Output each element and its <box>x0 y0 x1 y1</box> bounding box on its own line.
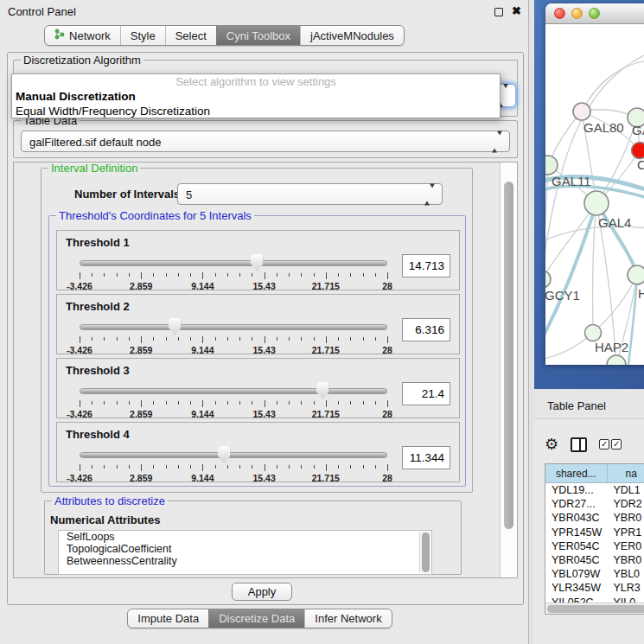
num-intervals-combobox[interactable]: 5 <box>177 183 443 205</box>
table-row[interactable]: YER054CYER0 <box>545 539 644 553</box>
close-icon[interactable]: ✖ <box>512 4 521 17</box>
table-cell[interactable]: YDR2 <box>607 497 644 511</box>
slider-tick <box>314 465 315 469</box>
table-cell[interactable]: YDL1 <box>607 483 644 497</box>
gear-icon[interactable]: ⚙ <box>545 437 558 452</box>
table-cell[interactable]: YBL0 <box>607 567 644 581</box>
tab-discretize-data[interactable]: Discretize Data <box>208 609 304 628</box>
scrollbar-thumb[interactable] <box>547 605 644 613</box>
column-layout-icon[interactable] <box>571 437 587 452</box>
table-row[interactable]: YBL079WYBL0 <box>545 567 644 581</box>
slider-track[interactable] <box>80 388 387 394</box>
network-window-titlebar[interactable] <box>545 3 644 24</box>
network-node[interactable] <box>585 325 602 341</box>
threshold-value-field[interactable]: 21.4 <box>402 382 450 405</box>
column-header-name[interactable]: na <box>608 464 644 482</box>
table-cell[interactable]: YBR0 <box>607 511 644 525</box>
table-row[interactable]: YBR045CYBR0 <box>545 553 644 567</box>
dropdown-option-equal-width[interactable]: Equal Width/Frequency Discretization <box>12 104 500 118</box>
table-cell[interactable]: YER054C <box>545 539 607 553</box>
minimize-traffic-light-icon[interactable] <box>571 8 583 19</box>
threshold-slider[interactable]: -3.4262.8599.14415.4321.71528 <box>80 445 387 481</box>
apply-button[interactable]: Apply <box>232 583 292 601</box>
tab-infer-network[interactable]: Infer Network <box>304 609 391 628</box>
select-columns-icons[interactable]: ✓ ✓ <box>599 439 622 450</box>
table-cell[interactable]: YLR345W <box>545 581 607 595</box>
slider-track[interactable] <box>80 260 387 266</box>
threshold-slider[interactable]: -3.4262.8599.14415.4321.71528 <box>80 381 387 418</box>
slider-tick <box>215 273 216 277</box>
dropdown-option-manual[interactable]: Manual Discretization <box>12 89 500 104</box>
tab-label: Discretize Data <box>219 612 295 625</box>
threshold-value-field[interactable]: 6.316 <box>402 318 450 341</box>
network-edge[interactable] <box>592 203 596 333</box>
table-row[interactable]: YBR043CYBR0 <box>545 511 644 525</box>
close-traffic-light-icon[interactable] <box>554 8 565 19</box>
float-window-icon[interactable] <box>494 8 503 16</box>
table-row[interactable]: YDR27...YDR2 <box>545 497 644 511</box>
table-cell[interactable]: YBR045C <box>545 553 607 567</box>
network-node[interactable] <box>628 265 644 284</box>
checkbox-icon[interactable]: ✓ <box>599 439 609 450</box>
slider-tick <box>178 401 179 405</box>
network-edge-thick[interactable] <box>545 203 596 342</box>
settings-vertical-scrollbar[interactable] <box>500 163 517 577</box>
table-row[interactable]: YDL19...YDL1 <box>545 483 644 497</box>
table-cell[interactable]: YPR145W <box>545 526 607 539</box>
table-row[interactable]: YLR345WYLR3 <box>545 581 644 595</box>
slider-track[interactable] <box>80 452 387 458</box>
table-data-combobox[interactable]: galFiltered.sif default node <box>21 131 510 152</box>
column-header-shared-name[interactable]: shared... <box>545 464 608 482</box>
threshold-slider[interactable]: -3.4262.8599.14415.4321.71528 <box>80 253 387 290</box>
zoom-traffic-light-icon[interactable] <box>589 8 600 19</box>
table-horizontal-scrollbar[interactable] <box>545 603 644 614</box>
network-edge[interactable] <box>545 54 644 285</box>
network-node[interactable] <box>545 271 551 288</box>
tab-network[interactable]: Network <box>45 26 120 45</box>
table-cell[interactable]: YER0 <box>607 539 644 553</box>
tab-jactivemnodules[interactable]: jActiveMNodules <box>300 26 404 45</box>
network-window-frame: GAL80GACGAL11GAL4GCY1HHAP2 <box>534 0 644 389</box>
attribute-list-item[interactable]: TopologicalCoefficient <box>59 543 431 555</box>
table-cell[interactable]: YDR27... <box>545 497 607 511</box>
slider-tick <box>80 400 80 407</box>
dropdown-prompt-item[interactable]: Select algorithm to view settings <box>12 74 500 89</box>
table-cell[interactable]: YLR3 <box>607 581 644 595</box>
scrollbar-thumb[interactable] <box>504 182 513 529</box>
tab-select[interactable]: Select <box>165 26 216 45</box>
slider-thumb[interactable] <box>251 254 264 271</box>
attribute-list-item[interactable]: BetweennessCentrality <box>59 555 431 567</box>
tab-impute-data[interactable]: Impute Data <box>128 609 208 628</box>
checkbox-icon[interactable]: ✓ <box>611 439 622 450</box>
slider-thumb[interactable] <box>169 318 182 335</box>
table-cell[interactable]: YBR043C <box>545 511 607 525</box>
table-cell[interactable]: YDL19... <box>545 483 607 497</box>
table-cell[interactable]: YPR1 <box>607 526 644 539</box>
network-edge[interactable] <box>545 203 596 279</box>
network-node[interactable] <box>573 103 590 120</box>
table-cell[interactable]: YBR0 <box>607 553 644 567</box>
table-cell[interactable]: YBL079W <box>545 567 607 581</box>
threshold-value-field[interactable]: 14.713 <box>402 254 450 277</box>
network-node[interactable] <box>584 191 609 215</box>
tab-style[interactable]: Style <box>120 26 165 45</box>
slider-thumb[interactable] <box>316 382 329 399</box>
network-edge[interactable] <box>593 275 637 333</box>
combo-arrows-icon <box>424 188 435 201</box>
tab-cyni-toolbox[interactable]: Cyni Toolbox <box>216 26 300 45</box>
slider-track[interactable] <box>80 324 387 330</box>
network-canvas[interactable]: GAL80GACGAL11GAL4GCY1HHAP2 <box>545 24 644 365</box>
threshold-slider[interactable]: -3.4262.8599.14415.4321.71528 <box>80 317 387 354</box>
attribute-list-item[interactable]: SelfLoops <box>59 531 431 543</box>
threshold-value-field[interactable]: 11.344 <box>402 446 450 469</box>
slider-tick <box>190 401 191 405</box>
network-node[interactable] <box>545 156 558 175</box>
list-scrollbar[interactable] <box>419 532 430 573</box>
network-node[interactable] <box>607 355 626 365</box>
slider-tick-label: 15.43 <box>252 281 275 291</box>
table-row[interactable]: YPR145WYPR1 <box>545 526 644 539</box>
network-node[interactable] <box>632 143 644 159</box>
slider-tick <box>326 400 327 407</box>
numerical-attributes-list[interactable]: SelfLoopsTopologicalCoefficientBetweenne… <box>58 530 432 575</box>
slider-thumb[interactable] <box>218 446 231 463</box>
